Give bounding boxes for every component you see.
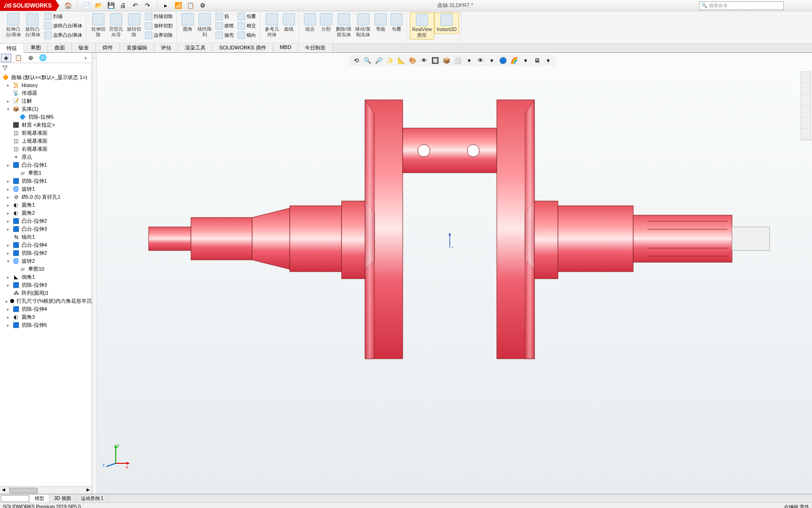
panel-tab[interactable]: 📋: [13, 54, 24, 62]
view-tool-button[interactable]: 📦: [442, 56, 451, 65]
ribbon-button-small[interactable]: 筋: [214, 12, 236, 21]
filter-icon[interactable]: ▽: [0, 63, 92, 73]
ribbon-button-small[interactable]: 扫描: [42, 12, 85, 21]
view-tool-button[interactable]: 🌈: [509, 56, 519, 65]
ribbon-tab[interactable]: 焊件: [96, 43, 120, 52]
tree-item[interactable]: ▸🟦切除-拉伸4: [0, 305, 92, 313]
tree-item[interactable]: ▸🟦凸台-拉伸2: [0, 217, 92, 225]
ribbon-button-small[interactable]: 镜向: [236, 31, 258, 40]
orientation-triad[interactable]: y x z: [102, 442, 130, 470]
view-tool-button[interactable]: 🔍: [363, 56, 372, 65]
ribbon-button[interactable]: 异型孔 向导: [107, 12, 125, 39]
panel-tab[interactable]: ⊕: [25, 54, 36, 62]
panel-collapse-arrow-icon[interactable]: ›: [80, 54, 91, 62]
view-tool-button[interactable]: ⟲: [351, 56, 361, 65]
tree-item[interactable]: ▸◐圆角1: [0, 201, 92, 209]
ribbon-button[interactable]: 圆角: [180, 12, 196, 33]
tree-item[interactable]: ▸🌀旋转1: [0, 185, 92, 193]
bottom-tab[interactable]: 3D 视图: [49, 495, 76, 502]
ribbon-button[interactable]: 曲线: [281, 12, 297, 33]
view-tool-button[interactable]: 🎨: [408, 56, 417, 65]
expand-icon[interactable]: ▸: [6, 179, 10, 184]
bottom-tab[interactable]: 运动算例 1: [76, 495, 109, 502]
tree-item[interactable]: ▸◣倒角1: [0, 273, 92, 281]
ribbon-button-small[interactable]: 抽壳: [214, 31, 236, 40]
ribbon-button[interactable]: 参考几 何体: [263, 12, 281, 39]
ribbon-button[interactable]: 包覆: [389, 12, 405, 33]
tree-item[interactable]: ▸🟦切除-拉伸2: [0, 249, 92, 257]
qat-button[interactable]: 📋: [186, 1, 195, 10]
panel-tab[interactable]: ◈: [1, 54, 11, 62]
flyout-tab[interactable]: [801, 95, 811, 106]
ribbon-tab[interactable]: SOLIDWORKS 插件: [213, 43, 273, 52]
ribbon-button[interactable]: 弯曲: [373, 12, 389, 33]
tree-item[interactable]: ▱草图10: [0, 265, 92, 273]
tree-item[interactable]: ▸📝注解: [0, 97, 92, 105]
scrollbar-thumb[interactable]: [9, 488, 38, 493]
ribbon-button[interactable]: 分割: [318, 12, 334, 33]
tree-item[interactable]: ◫上视基准面: [0, 137, 92, 145]
tree-item[interactable]: ▸◐圆角2: [0, 209, 92, 217]
search-commands-input[interactable]: 🔍搜索命令: [699, 1, 784, 10]
crankshaft-model[interactable]: *: [111, 72, 798, 411]
ribbon-button[interactable]: RealView 图形: [410, 12, 434, 40]
expand-icon[interactable]: ▸: [6, 307, 10, 312]
expand-icon[interactable]: ▸: [6, 251, 10, 256]
ribbon-button-small[interactable]: 边界凸台/基体: [42, 31, 85, 40]
expand-icon[interactable]: ▸: [6, 243, 10, 248]
tree-item[interactable]: ▸📜History: [0, 81, 92, 89]
expand-icon[interactable]: ▸: [6, 163, 10, 168]
tree-item[interactable]: ⇆镜向1: [0, 233, 92, 241]
ribbon-button[interactable]: 旋转凸 台/基体: [23, 12, 42, 39]
ribbon-button[interactable]: 组合: [302, 12, 318, 33]
horizontal-scrollbar[interactable]: ◀ ▶: [0, 486, 92, 494]
tree-item[interactable]: ▸🟦切除-拉伸1: [0, 177, 92, 185]
tree-item[interactable]: ▸🟦凸台-拉伸1: [0, 161, 92, 169]
tree-item[interactable]: 📡传感器: [0, 89, 92, 97]
tree-item[interactable]: ◫右视基准面: [0, 145, 92, 153]
panel-tab[interactable]: 🌐: [38, 54, 48, 62]
ribbon-button-small[interactable]: 包覆: [236, 12, 258, 21]
qat-button[interactable]: 🖨: [119, 1, 127, 10]
tree-item[interactable]: ▸🟦凸台-拉伸3: [0, 225, 92, 233]
graphics-viewport[interactable]: ‹ ⟲🔍🔎✨📐🎨👁🔲📦⬜▾👁▾🔵🌈▾🖥▾: [92, 53, 812, 494]
view-tool-button[interactable]: ▾: [521, 56, 530, 65]
tree-root[interactable]: 🔶曲轴 (默认<<默认>_显示状态 1>): [0, 73, 92, 81]
ribbon-button[interactable]: 拉伸切 除: [89, 12, 107, 39]
ribbon-button[interactable]: 移动/复 制实体: [353, 12, 373, 39]
ribbon-tab[interactable]: 特征: [0, 44, 24, 53]
app-logo[interactable]: 𝐷S SOLIDWORKS: [0, 0, 56, 11]
panel-splitter[interactable]: ‹: [92, 53, 97, 494]
ribbon-tab[interactable]: 直接编辑: [120, 43, 154, 52]
view-tool-button[interactable]: 🔎: [374, 56, 383, 65]
tree-item[interactable]: ⁂阵列(圆周)1: [0, 289, 92, 297]
view-tool-button[interactable]: 👁: [419, 56, 429, 65]
ribbon-tab[interactable]: 今日制造: [298, 43, 333, 52]
expand-icon[interactable]: ▸: [6, 99, 10, 104]
ribbon-tab[interactable]: 曲面: [48, 43, 72, 52]
qat-button[interactable]: 🏠: [64, 1, 72, 10]
bottom-tab[interactable]: 模型: [30, 495, 49, 502]
ribbon-button[interactable]: Instant3D: [434, 12, 459, 34]
ribbon-tab[interactable]: 草图: [24, 43, 48, 52]
tree-item[interactable]: ◫前视基准面: [0, 129, 92, 137]
ribbon-tab[interactable]: MBD: [273, 43, 298, 52]
tree-item[interactable]: ⬛材质 <未指定>: [0, 121, 92, 129]
qat-button[interactable]: ▸: [162, 1, 170, 10]
flyout-tab[interactable]: [801, 83, 811, 95]
qat-button[interactable]: 💾: [107, 1, 115, 10]
view-tool-button[interactable]: 🔵: [498, 56, 508, 65]
tree-item[interactable]: ▸🟦凸台-拉伸4: [0, 241, 92, 249]
expand-icon[interactable]: ▸: [6, 323, 10, 328]
view-tool-button[interactable]: ▾: [543, 56, 553, 65]
ribbon-button-small[interactable]: 边界切除: [143, 31, 175, 40]
view-tool-button[interactable]: 🖥: [532, 56, 541, 65]
expand-icon[interactable]: ▸: [6, 275, 10, 280]
ribbon-tab[interactable]: 渲染工具: [178, 43, 213, 52]
tree-item[interactable]: ▸⊘Ø5.0 (5) 直径孔1: [0, 193, 92, 201]
qat-button[interactable]: 📄: [82, 1, 91, 10]
tree-item[interactable]: ▱草图1: [0, 169, 92, 177]
expand-icon[interactable]: ▾: [6, 259, 10, 264]
ribbon-button-small[interactable]: 放样凸台/基体: [42, 22, 85, 30]
view-tool-button[interactable]: 🔲: [430, 56, 440, 65]
